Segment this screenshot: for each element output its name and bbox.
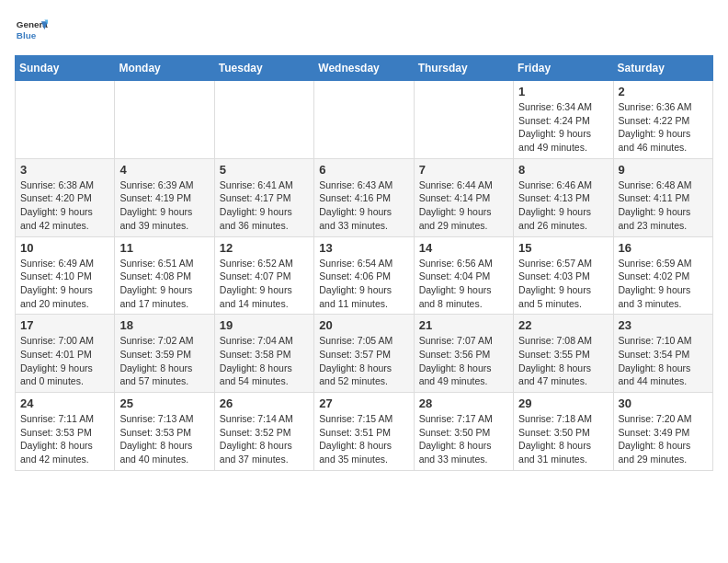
day-info: Sunrise: 7:11 AM Sunset: 3:53 PM Dayligh…: [20, 412, 109, 466]
day-number: 13: [319, 241, 408, 255]
calendar-cell: 11Sunrise: 6:51 AM Sunset: 4:08 PM Dayli…: [115, 236, 214, 315]
week-row-4: 17Sunrise: 7:00 AM Sunset: 4:01 PM Dayli…: [16, 315, 713, 393]
calendar-cell: 13Sunrise: 6:54 AM Sunset: 4:06 PM Dayli…: [314, 236, 414, 315]
calendar-cell: 27Sunrise: 7:15 AM Sunset: 3:51 PM Dayli…: [314, 393, 414, 471]
day-number: 5: [220, 163, 309, 177]
day-number: 8: [518, 163, 608, 177]
day-number: 19: [220, 318, 309, 332]
calendar-cell: 6Sunrise: 6:43 AM Sunset: 4:16 PM Daylig…: [314, 158, 414, 236]
calendar-cell: 18Sunrise: 7:02 AM Sunset: 3:59 PM Dayli…: [115, 315, 214, 393]
day-info: Sunrise: 7:10 AM Sunset: 3:54 PM Dayligh…: [619, 334, 708, 388]
calendar-cell: 4Sunrise: 6:39 AM Sunset: 4:19 PM Daylig…: [115, 158, 214, 236]
calendar-cell: 15Sunrise: 6:57 AM Sunset: 4:03 PM Dayli…: [514, 236, 613, 315]
calendar-cell: [314, 81, 414, 159]
calendar-table: SundayMondayTuesdayWednesdayThursdayFrid…: [15, 55, 713, 471]
calendar-cell: [115, 81, 214, 159]
day-info: Sunrise: 7:04 AM Sunset: 3:58 PM Dayligh…: [220, 334, 309, 388]
day-number: 29: [518, 396, 608, 410]
day-number: 20: [319, 318, 408, 332]
svg-text:Blue: Blue: [17, 30, 37, 40]
day-info: Sunrise: 6:43 AM Sunset: 4:16 PM Dayligh…: [319, 178, 408, 233]
day-number: 9: [619, 163, 708, 177]
day-info: Sunrise: 6:38 AM Sunset: 4:20 PM Dayligh…: [20, 178, 109, 233]
day-number: 7: [419, 163, 508, 177]
calendar-cell: 5Sunrise: 6:41 AM Sunset: 4:17 PM Daylig…: [214, 158, 313, 236]
day-info: Sunrise: 7:02 AM Sunset: 3:59 PM Dayligh…: [119, 334, 209, 388]
day-info: Sunrise: 7:00 AM Sunset: 4:01 PM Dayligh…: [20, 334, 109, 388]
day-info: Sunrise: 6:44 AM Sunset: 4:14 PM Dayligh…: [419, 178, 508, 233]
calendar-cell: 24Sunrise: 7:11 AM Sunset: 3:53 PM Dayli…: [16, 393, 115, 471]
week-row-2: 3Sunrise: 6:38 AM Sunset: 4:20 PM Daylig…: [16, 158, 713, 236]
logo-icon: General Blue: [15, 15, 48, 48]
day-number: 30: [619, 396, 708, 410]
day-info: Sunrise: 7:07 AM Sunset: 3:56 PM Dayligh…: [419, 334, 508, 388]
calendar-cell: 9Sunrise: 6:48 AM Sunset: 4:11 PM Daylig…: [613, 158, 712, 236]
day-info: Sunrise: 6:39 AM Sunset: 4:19 PM Dayligh…: [119, 178, 209, 233]
week-row-3: 10Sunrise: 6:49 AM Sunset: 4:10 PM Dayli…: [16, 236, 713, 315]
day-info: Sunrise: 6:46 AM Sunset: 4:13 PM Dayligh…: [518, 178, 608, 233]
calendar-cell: 25Sunrise: 7:13 AM Sunset: 3:53 PM Dayli…: [115, 393, 214, 471]
day-info: Sunrise: 6:54 AM Sunset: 4:06 PM Dayligh…: [319, 257, 408, 311]
day-number: 17: [20, 318, 109, 332]
calendar-cell: 28Sunrise: 7:17 AM Sunset: 3:50 PM Dayli…: [414, 393, 513, 471]
day-number: 15: [518, 241, 608, 255]
day-info: Sunrise: 7:05 AM Sunset: 3:57 PM Dayligh…: [319, 334, 408, 388]
day-header-monday: Monday: [115, 56, 214, 81]
calendar-cell: 26Sunrise: 7:14 AM Sunset: 3:52 PM Dayli…: [214, 393, 313, 471]
day-number: 6: [319, 163, 408, 177]
day-header-tuesday: Tuesday: [214, 56, 313, 81]
calendar-cell: 21Sunrise: 7:07 AM Sunset: 3:56 PM Dayli…: [414, 315, 513, 393]
day-number: 26: [220, 396, 309, 410]
day-info: Sunrise: 6:41 AM Sunset: 4:17 PM Dayligh…: [220, 178, 309, 233]
day-number: 28: [419, 396, 508, 410]
calendar-cell: 29Sunrise: 7:18 AM Sunset: 3:50 PM Dayli…: [514, 393, 613, 471]
calendar-cell: 14Sunrise: 6:56 AM Sunset: 4:04 PM Dayli…: [414, 236, 513, 315]
calendar-cell: 8Sunrise: 6:46 AM Sunset: 4:13 PM Daylig…: [514, 158, 613, 236]
day-info: Sunrise: 6:48 AM Sunset: 4:11 PM Dayligh…: [619, 178, 708, 233]
day-number: 23: [619, 318, 708, 332]
day-number: 27: [319, 396, 408, 410]
day-number: 24: [20, 396, 109, 410]
calendar-cell: 17Sunrise: 7:00 AM Sunset: 4:01 PM Dayli…: [16, 315, 115, 393]
day-info: Sunrise: 7:20 AM Sunset: 3:49 PM Dayligh…: [619, 412, 708, 466]
calendar-cell: [16, 81, 115, 159]
calendar-cell: 12Sunrise: 6:52 AM Sunset: 4:07 PM Dayli…: [214, 236, 313, 315]
day-number: 10: [20, 241, 109, 255]
day-header-sunday: Sunday: [16, 56, 115, 81]
days-header-row: SundayMondayTuesdayWednesdayThursdayFrid…: [16, 56, 713, 81]
day-info: Sunrise: 7:14 AM Sunset: 3:52 PM Dayligh…: [220, 412, 309, 466]
calendar-cell: 23Sunrise: 7:10 AM Sunset: 3:54 PM Dayli…: [613, 315, 712, 393]
calendar-cell: [414, 81, 513, 159]
calendar-cell: 2Sunrise: 6:36 AM Sunset: 4:22 PM Daylig…: [613, 81, 712, 159]
day-number: 14: [419, 241, 508, 255]
day-number: 11: [119, 241, 209, 255]
calendar-cell: 1Sunrise: 6:34 AM Sunset: 4:24 PM Daylig…: [514, 81, 613, 159]
day-info: Sunrise: 6:49 AM Sunset: 4:10 PM Dayligh…: [20, 257, 109, 311]
week-row-5: 24Sunrise: 7:11 AM Sunset: 3:53 PM Dayli…: [16, 393, 713, 471]
calendar-cell: 10Sunrise: 6:49 AM Sunset: 4:10 PM Dayli…: [16, 236, 115, 315]
calendar-cell: 7Sunrise: 6:44 AM Sunset: 4:14 PM Daylig…: [414, 158, 513, 236]
calendar-cell: 20Sunrise: 7:05 AM Sunset: 3:57 PM Dayli…: [314, 315, 414, 393]
day-number: 4: [119, 163, 209, 177]
day-number: 21: [419, 318, 508, 332]
week-row-1: 1Sunrise: 6:34 AM Sunset: 4:24 PM Daylig…: [16, 81, 713, 159]
day-number: 3: [20, 163, 109, 177]
day-number: 25: [119, 396, 209, 410]
day-number: 16: [619, 241, 708, 255]
day-header-saturday: Saturday: [613, 56, 712, 81]
day-header-thursday: Thursday: [414, 56, 513, 81]
day-info: Sunrise: 6:56 AM Sunset: 4:04 PM Dayligh…: [419, 257, 508, 311]
day-info: Sunrise: 6:52 AM Sunset: 4:07 PM Dayligh…: [220, 257, 309, 311]
day-number: 22: [518, 318, 608, 332]
day-info: Sunrise: 6:51 AM Sunset: 4:08 PM Dayligh…: [119, 257, 209, 311]
logo: General Blue: [15, 15, 48, 48]
calendar-cell: 3Sunrise: 6:38 AM Sunset: 4:20 PM Daylig…: [16, 158, 115, 236]
day-info: Sunrise: 7:15 AM Sunset: 3:51 PM Dayligh…: [319, 412, 408, 466]
day-info: Sunrise: 6:59 AM Sunset: 4:02 PM Dayligh…: [619, 257, 708, 311]
calendar-cell: 30Sunrise: 7:20 AM Sunset: 3:49 PM Dayli…: [613, 393, 712, 471]
calendar-cell: [214, 81, 313, 159]
day-number: 18: [119, 318, 209, 332]
page-header: General Blue: [15, 15, 713, 48]
calendar-cell: 22Sunrise: 7:08 AM Sunset: 3:55 PM Dayli…: [514, 315, 613, 393]
day-number: 2: [619, 85, 708, 98]
